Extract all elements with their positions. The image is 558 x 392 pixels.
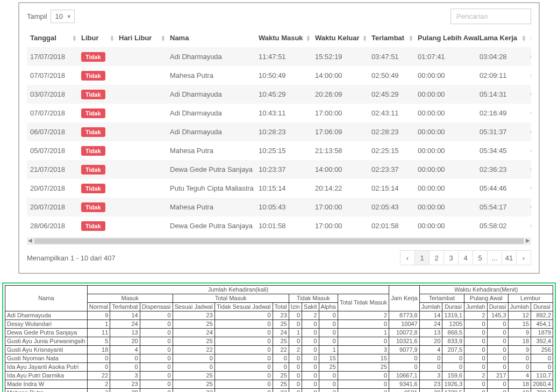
summary-cell: 0 bbox=[214, 380, 273, 389]
summary-cell: 1 bbox=[319, 346, 338, 354]
summary-cell: 13 bbox=[419, 329, 442, 337]
col-tanggal[interactable]: Tanggal▲▼ bbox=[27, 28, 78, 47]
col-nama[interactable]: Nama bbox=[167, 28, 255, 47]
summary-cell: 0 bbox=[508, 354, 531, 363]
summary-cell: 9 bbox=[87, 311, 110, 320]
page-...[interactable]: ... bbox=[487, 250, 502, 265]
summary-row: Mahesa Putra32002302300228581201720,5001… bbox=[5, 389, 553, 393]
summary-cell: 256 bbox=[531, 346, 553, 354]
summary-cell: 18 bbox=[87, 346, 110, 354]
summary-name-cell: Adi Dharmayuda bbox=[5, 311, 88, 320]
page-41[interactable]: 41 bbox=[502, 250, 517, 265]
col-pulang-lebih-awal[interactable]: Pulang Lebih Awal bbox=[414, 28, 476, 47]
col-terlambat[interactable]: Terlambat▲▼ bbox=[368, 28, 414, 47]
summary-cell: 159,6 bbox=[442, 372, 464, 380]
table-cell: Tidak bbox=[78, 85, 116, 104]
table-cell: Tidak bbox=[78, 141, 116, 160]
summary-cell: 0 bbox=[319, 329, 338, 337]
table-cell: Adi Dharmayuda bbox=[167, 104, 255, 122]
col-hari-libur[interactable]: Hari Libur▲▼ bbox=[116, 28, 167, 47]
table-cell: 17:06:09 bbox=[312, 122, 368, 141]
table-cell: 05:54:17 bbox=[476, 198, 527, 216]
table-row: 03/07/2018TidakAdi Dharmayuda10:45:2920:… bbox=[27, 85, 531, 104]
summary-cell: 22 bbox=[87, 372, 110, 380]
summary-cell: 0 bbox=[319, 380, 338, 389]
summary-cell: 8773,8 bbox=[389, 311, 420, 320]
libur-badge: Tidak bbox=[81, 221, 105, 231]
summary-name-cell: Gusti Nyoman Nata bbox=[5, 354, 88, 363]
summary-cell: 10321,6 bbox=[389, 337, 420, 346]
table-cell: 10:01:58 bbox=[255, 216, 312, 235]
table-cell: 05:44:46 bbox=[476, 179, 527, 198]
table-cell: 20:26:09 bbox=[312, 85, 368, 104]
horizontal-scrollbar[interactable] bbox=[27, 237, 531, 245]
col-dispensasi: Dispensasi bbox=[140, 303, 173, 311]
summary-cell: 13 bbox=[110, 329, 140, 337]
summary-cell: 2 bbox=[87, 380, 110, 389]
table-cell: Putu Teguh Cipta Maliastra bbox=[167, 179, 255, 198]
summary-cell: 0 bbox=[140, 372, 173, 380]
page-prev[interactable]: ‹ bbox=[400, 250, 415, 265]
sort-icon: ▲▼ bbox=[409, 35, 413, 41]
summary-cell: 0 bbox=[302, 337, 319, 346]
col-terlambat-sub: Terlambat bbox=[110, 303, 140, 311]
summary-cell: 0 bbox=[302, 389, 319, 393]
summary-name-cell: Ida Ayu Putri Darmika bbox=[5, 372, 88, 380]
summary-name-cell: Made Indra W bbox=[5, 380, 88, 389]
table-cell: Tidak bbox=[78, 66, 116, 85]
table-cell: Tidak bbox=[78, 104, 116, 122]
table-cell: 17:00:00 bbox=[312, 198, 368, 216]
summary-cell: 3 bbox=[87, 389, 110, 393]
col-waktu-masuk[interactable]: Waktu Masuk▲▼ bbox=[255, 28, 312, 47]
summary-cell: 0 bbox=[87, 354, 110, 363]
summary-cell: 0 bbox=[302, 354, 319, 363]
summary-cell: 1879 bbox=[531, 329, 553, 337]
summary-cell: 5 bbox=[87, 337, 110, 346]
col-libur[interactable]: Libur▲▼ bbox=[78, 28, 116, 47]
summary-cell: 15 bbox=[338, 354, 389, 363]
col-total: Total bbox=[273, 303, 289, 311]
page-3[interactable]: 3 bbox=[443, 250, 459, 265]
col-total-tidak-masuk: Total Tidak Masuk bbox=[338, 294, 389, 311]
page-5[interactable]: 5 bbox=[473, 250, 488, 265]
table-cell: 00:00:00 bbox=[414, 104, 476, 122]
summary-cell: 14 bbox=[419, 311, 442, 320]
table-cell: Mahesa Putra bbox=[167, 66, 255, 85]
summary-cell: 0 bbox=[140, 311, 173, 320]
summary-cell: 2 bbox=[338, 311, 389, 320]
table-cell: 03:47:51 bbox=[368, 47, 414, 66]
search-input[interactable] bbox=[450, 9, 531, 24]
table-cell bbox=[116, 104, 167, 122]
summary-table: Nama Jumlah Kehadiran(kali) Jam Kerja Wa… bbox=[5, 285, 553, 392]
summary-row: Adi Dharmayuda91402302302028773,8141319,… bbox=[5, 311, 553, 320]
page-length-select[interactable]: 10 bbox=[51, 10, 75, 23]
summary-cell: 0 bbox=[140, 389, 173, 393]
col-waktu-keluar[interactable]: Waktu Keluar▲▼ bbox=[312, 28, 368, 47]
summary-cell: 20 bbox=[419, 389, 442, 393]
table-cell: 00:00:00 bbox=[414, 66, 476, 85]
summary-cell: 0 bbox=[464, 363, 488, 372]
summary-cell: 25 bbox=[173, 372, 214, 380]
table-cell: 00:00:00 bbox=[527, 122, 531, 141]
page-1[interactable]: 1 bbox=[414, 250, 430, 265]
summary-cell: 9 bbox=[508, 329, 531, 337]
page-next[interactable]: › bbox=[516, 250, 531, 265]
col-lama-kerja[interactable]: Lama Kerja▲▼ bbox=[476, 28, 527, 47]
table-cell: 02:26:09 bbox=[527, 85, 531, 104]
page-4[interactable]: 4 bbox=[458, 250, 473, 265]
col-jumlah: Jumlah bbox=[464, 303, 488, 311]
col-lama-lembur[interactable]: Lama Lembur bbox=[527, 28, 531, 47]
table-cell: 06/07/2018 bbox=[27, 122, 78, 141]
show-label: Tampil bbox=[27, 12, 47, 20]
summary-cell: 0 bbox=[110, 363, 140, 372]
table-cell: 00:00:00 bbox=[414, 179, 476, 198]
summary-cell: 0 bbox=[289, 320, 302, 329]
page-2[interactable]: 2 bbox=[429, 250, 444, 265]
summary-cell: 15 bbox=[508, 320, 531, 329]
summary-cell: 0 bbox=[289, 337, 302, 346]
datatable-scroll[interactable]: Tanggal▲▼Libur▲▼Hari Libur▲▼NamaWaktu Ma… bbox=[27, 28, 531, 235]
table-cell bbox=[116, 216, 167, 235]
summary-cell: 0 bbox=[487, 389, 508, 393]
summary-cell: 0 bbox=[214, 329, 273, 337]
table-cell: 17/07/2018 bbox=[27, 47, 78, 66]
